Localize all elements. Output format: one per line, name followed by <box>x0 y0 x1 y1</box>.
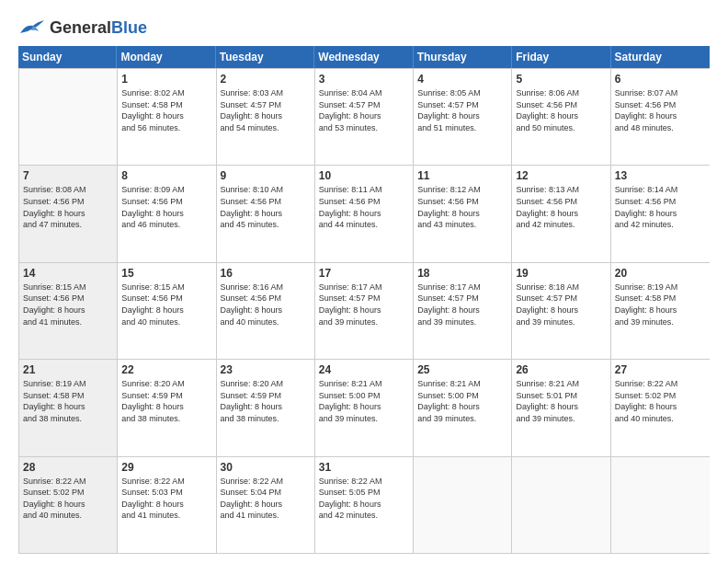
calendar-week-4: 28Sunrise: 8:22 AMSunset: 5:02 PMDayligh… <box>19 456 710 553</box>
calendar-cell: 9Sunrise: 8:10 AMSunset: 4:56 PMDaylight… <box>217 166 315 261</box>
calendar-cell: 31Sunrise: 8:22 AMSunset: 5:05 PMDayligh… <box>315 457 414 553</box>
logo-icon <box>18 17 46 37</box>
day-number: 17 <box>319 267 409 280</box>
day-number: 19 <box>516 267 606 280</box>
calendar-cell: 26Sunrise: 8:21 AMSunset: 5:01 PMDayligh… <box>512 360 610 455</box>
day-number: 26 <box>516 363 606 376</box>
day-info: Sunrise: 8:22 AMSunset: 5:02 PMDaylight:… <box>23 476 113 522</box>
day-number: 29 <box>121 461 211 474</box>
day-number: 2 <box>221 73 311 86</box>
calendar-cell <box>611 457 710 553</box>
day-number: 7 <box>23 169 113 182</box>
calendar-week-0: 1Sunrise: 8:02 AMSunset: 4:58 PMDaylight… <box>19 68 710 165</box>
day-info: Sunrise: 8:18 AMSunset: 4:57 PMDaylight:… <box>516 282 606 327</box>
day-number: 6 <box>615 73 706 86</box>
day-number: 23 <box>221 363 311 376</box>
day-info: Sunrise: 8:21 AMSunset: 5:01 PMDaylight:… <box>516 378 606 424</box>
calendar-cell: 18Sunrise: 8:17 AMSunset: 4:57 PMDayligh… <box>414 263 512 359</box>
calendar-cell: 24Sunrise: 8:21 AMSunset: 5:00 PMDayligh… <box>315 360 414 455</box>
weekday-header-monday: Monday <box>117 46 215 68</box>
day-info: Sunrise: 8:04 AMSunset: 4:57 PMDaylight:… <box>319 87 409 133</box>
day-info: Sunrise: 8:02 AMSunset: 4:58 PMDaylight:… <box>121 87 211 133</box>
day-number: 15 <box>121 267 211 280</box>
calendar-cell: 3Sunrise: 8:04 AMSunset: 4:57 PMDaylight… <box>315 69 414 165</box>
day-number: 31 <box>319 461 409 474</box>
day-number: 20 <box>615 267 706 280</box>
day-info: Sunrise: 8:21 AMSunset: 5:00 PMDaylight:… <box>417 378 507 424</box>
weekday-header-wednesday: Wednesday <box>314 46 413 68</box>
calendar-cell: 16Sunrise: 8:16 AMSunset: 4:56 PMDayligh… <box>217 263 315 359</box>
calendar-cell <box>19 69 118 165</box>
day-number: 10 <box>319 169 409 182</box>
weekday-header-friday: Friday <box>512 46 610 68</box>
day-info: Sunrise: 8:22 AMSunset: 5:04 PMDaylight:… <box>221 476 311 522</box>
calendar-week-2: 14Sunrise: 8:15 AMSunset: 4:56 PMDayligh… <box>19 262 710 359</box>
calendar-cell: 17Sunrise: 8:17 AMSunset: 4:57 PMDayligh… <box>315 263 414 359</box>
day-number: 12 <box>516 169 606 182</box>
day-number: 4 <box>417 73 507 86</box>
day-info: Sunrise: 8:06 AMSunset: 4:56 PMDaylight:… <box>516 87 606 133</box>
day-number: 27 <box>615 363 706 376</box>
day-number: 9 <box>221 169 311 182</box>
day-info: Sunrise: 8:08 AMSunset: 4:56 PMDaylight:… <box>23 184 113 230</box>
day-info: Sunrise: 8:19 AMSunset: 4:58 PMDaylight:… <box>23 378 113 424</box>
calendar-cell: 21Sunrise: 8:19 AMSunset: 4:58 PMDayligh… <box>19 360 118 455</box>
day-info: Sunrise: 8:21 AMSunset: 5:00 PMDaylight:… <box>319 378 409 424</box>
calendar-cell: 29Sunrise: 8:22 AMSunset: 5:03 PMDayligh… <box>118 457 216 553</box>
day-number: 24 <box>319 363 409 376</box>
calendar-week-3: 21Sunrise: 8:19 AMSunset: 4:58 PMDayligh… <box>19 359 710 455</box>
calendar-cell: 4Sunrise: 8:05 AMSunset: 4:57 PMDaylight… <box>414 69 512 165</box>
calendar-cell: 11Sunrise: 8:12 AMSunset: 4:56 PMDayligh… <box>414 166 512 261</box>
calendar-header: SundayMondayTuesdayWednesdayThursdayFrid… <box>18 46 710 68</box>
day-info: Sunrise: 8:17 AMSunset: 4:57 PMDaylight:… <box>319 282 409 327</box>
calendar-cell: 19Sunrise: 8:18 AMSunset: 4:57 PMDayligh… <box>512 263 610 359</box>
calendar-cell <box>512 457 610 553</box>
logo: GeneralBlue <box>18 17 147 37</box>
calendar-cell: 2Sunrise: 8:03 AMSunset: 4:57 PMDaylight… <box>217 69 315 165</box>
calendar: SundayMondayTuesdayWednesdayThursdayFrid… <box>18 46 710 554</box>
day-info: Sunrise: 8:17 AMSunset: 4:57 PMDaylight:… <box>417 282 507 327</box>
calendar-cell: 7Sunrise: 8:08 AMSunset: 4:56 PMDaylight… <box>19 166 118 261</box>
weekday-header-saturday: Saturday <box>611 46 710 68</box>
day-info: Sunrise: 8:20 AMSunset: 4:59 PMDaylight:… <box>121 378 211 424</box>
day-number: 30 <box>221 461 311 474</box>
calendar-cell: 1Sunrise: 8:02 AMSunset: 4:58 PMDaylight… <box>118 69 216 165</box>
calendar-cell: 13Sunrise: 8:14 AMSunset: 4:56 PMDayligh… <box>611 166 710 261</box>
calendar-cell: 8Sunrise: 8:09 AMSunset: 4:56 PMDaylight… <box>118 166 216 261</box>
weekday-header-tuesday: Tuesday <box>216 46 314 68</box>
calendar-cell: 22Sunrise: 8:20 AMSunset: 4:59 PMDayligh… <box>118 360 216 455</box>
day-number: 5 <box>516 73 606 86</box>
day-info: Sunrise: 8:07 AMSunset: 4:56 PMDaylight:… <box>615 87 706 133</box>
calendar-cell: 23Sunrise: 8:20 AMSunset: 4:59 PMDayligh… <box>217 360 315 455</box>
day-info: Sunrise: 8:22 AMSunset: 5:02 PMDaylight:… <box>615 378 706 424</box>
weekday-header-thursday: Thursday <box>414 46 512 68</box>
calendar-cell: 12Sunrise: 8:13 AMSunset: 4:56 PMDayligh… <box>512 166 610 261</box>
calendar-cell <box>414 457 512 553</box>
calendar-cell: 14Sunrise: 8:15 AMSunset: 4:56 PMDayligh… <box>19 263 118 359</box>
day-info: Sunrise: 8:05 AMSunset: 4:57 PMDaylight:… <box>417 87 507 133</box>
day-info: Sunrise: 8:20 AMSunset: 4:59 PMDaylight:… <box>221 378 311 424</box>
day-info: Sunrise: 8:11 AMSunset: 4:56 PMDaylight:… <box>319 184 409 230</box>
day-info: Sunrise: 8:03 AMSunset: 4:57 PMDaylight:… <box>221 87 311 133</box>
day-number: 22 <box>121 363 211 376</box>
day-info: Sunrise: 8:15 AMSunset: 4:56 PMDaylight:… <box>121 282 211 327</box>
day-number: 1 <box>121 73 211 86</box>
day-number: 16 <box>221 267 311 280</box>
day-number: 18 <box>417 267 507 280</box>
day-info: Sunrise: 8:16 AMSunset: 4:56 PMDaylight:… <box>221 282 311 327</box>
day-number: 8 <box>121 169 211 182</box>
day-info: Sunrise: 8:15 AMSunset: 4:56 PMDaylight:… <box>23 282 113 327</box>
day-info: Sunrise: 8:10 AMSunset: 4:56 PMDaylight:… <box>221 184 311 230</box>
day-info: Sunrise: 8:13 AMSunset: 4:56 PMDaylight:… <box>516 184 606 230</box>
day-number: 25 <box>417 363 507 376</box>
page: GeneralBlue SundayMondayTuesdayWednesday… <box>0 0 728 563</box>
logo-top: GeneralBlue <box>50 18 147 38</box>
day-info: Sunrise: 8:22 AMSunset: 5:03 PMDaylight:… <box>121 476 211 522</box>
day-info: Sunrise: 8:12 AMSunset: 4:56 PMDaylight:… <box>417 184 507 230</box>
day-number: 28 <box>23 461 113 474</box>
logo-name: GeneralBlue <box>50 18 147 35</box>
day-number: 14 <box>23 267 113 280</box>
header: GeneralBlue <box>18 17 710 37</box>
day-info: Sunrise: 8:22 AMSunset: 5:05 PMDaylight:… <box>319 476 409 522</box>
day-info: Sunrise: 8:09 AMSunset: 4:56 PMDaylight:… <box>121 184 211 230</box>
